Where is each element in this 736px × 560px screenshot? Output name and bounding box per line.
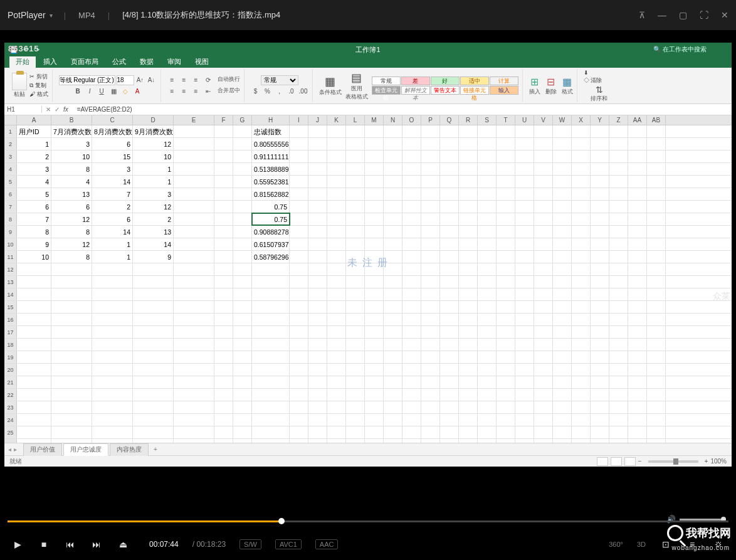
cell[interactable] — [572, 439, 591, 443]
cell[interactable]: 2 — [17, 151, 51, 162]
cell[interactable] — [327, 426, 346, 438]
vr-360-button[interactable]: 360° — [609, 541, 623, 548]
cell[interactable] — [133, 389, 174, 401]
cell[interactable] — [17, 276, 51, 288]
cell[interactable] — [384, 288, 402, 300]
format-cells-icon[interactable]: ▦ — [562, 76, 572, 88]
cell[interactable] — [214, 138, 233, 150]
cell[interactable] — [515, 439, 534, 443]
cell[interactable] — [647, 426, 666, 438]
column-header[interactable]: W — [553, 115, 572, 125]
cell[interactable] — [440, 138, 459, 150]
cell[interactable] — [233, 389, 252, 401]
row-header[interactable]: 9 — [4, 226, 17, 238]
chevron-down-icon[interactable]: ▾ — [50, 12, 53, 19]
cell[interactable] — [51, 288, 92, 300]
cell[interactable] — [346, 163, 365, 175]
cell[interactable] — [384, 414, 402, 426]
cell[interactable] — [647, 163, 666, 175]
cell[interactable] — [17, 314, 51, 325]
cell[interactable] — [346, 401, 365, 413]
cell[interactable] — [628, 238, 647, 250]
cell[interactable] — [346, 426, 365, 438]
cell[interactable] — [647, 263, 666, 275]
cell[interactable]: 13 — [51, 188, 92, 200]
cell[interactable] — [628, 376, 647, 388]
cell[interactable] — [440, 238, 459, 250]
maximize-icon[interactable]: ▢ — [679, 10, 687, 20]
cell[interactable] — [421, 151, 440, 162]
insert-cells-icon[interactable]: ⊞ — [530, 76, 539, 88]
cell[interactable] — [591, 326, 609, 338]
cell[interactable] — [233, 138, 252, 150]
cell[interactable] — [346, 439, 365, 443]
cell[interactable] — [628, 401, 647, 413]
cell[interactable] — [233, 288, 252, 300]
cell[interactable] — [572, 314, 591, 325]
increase-decimal-icon[interactable]: .0 — [287, 87, 297, 97]
cell[interactable] — [497, 213, 515, 225]
cell[interactable] — [459, 226, 478, 238]
cell[interactable] — [402, 201, 421, 213]
cell[interactable] — [327, 389, 346, 401]
cell[interactable] — [628, 188, 647, 200]
cell[interactable] — [459, 213, 478, 225]
cell[interactable] — [440, 426, 459, 438]
cell[interactable] — [214, 263, 233, 275]
cell[interactable] — [609, 301, 628, 313]
cell[interactable] — [346, 226, 365, 238]
cell[interactable] — [628, 339, 647, 351]
cell[interactable] — [609, 238, 628, 250]
cell[interactable] — [327, 138, 346, 150]
cell[interactable] — [440, 414, 459, 426]
cell[interactable] — [497, 163, 515, 175]
cell[interactable] — [572, 288, 591, 300]
cell[interactable] — [252, 351, 290, 363]
cell[interactable] — [327, 376, 346, 388]
codec-sw[interactable]: S/W — [239, 539, 261, 549]
row-header[interactable]: 26 — [4, 439, 17, 443]
cell[interactable] — [174, 125, 214, 137]
cell[interactable] — [365, 389, 384, 401]
cell[interactable] — [421, 288, 440, 300]
cell[interactable] — [534, 376, 553, 388]
cell[interactable]: 8 — [51, 226, 92, 238]
cell[interactable] — [17, 339, 51, 351]
row-header[interactable]: 4 — [4, 163, 17, 175]
cell[interactable] — [365, 288, 384, 300]
cell[interactable] — [133, 276, 174, 288]
cell[interactable] — [497, 389, 515, 401]
cell[interactable] — [591, 138, 609, 150]
formula-input[interactable]: =AVERAGE(B2:D2) — [75, 106, 732, 113]
cell[interactable] — [233, 263, 252, 275]
cell[interactable] — [515, 288, 534, 300]
number-format-select[interactable]: 常规 — [261, 75, 298, 85]
cell[interactable] — [497, 351, 515, 363]
cell[interactable]: 1 — [133, 163, 174, 175]
cell[interactable] — [290, 301, 308, 313]
cell[interactable] — [572, 125, 591, 137]
cell[interactable] — [628, 163, 647, 175]
column-header[interactable]: A — [17, 115, 51, 125]
column-header[interactable]: K — [327, 115, 346, 125]
cell[interactable] — [133, 288, 174, 300]
cell[interactable] — [421, 351, 440, 363]
cell[interactable] — [572, 426, 591, 438]
cell[interactable] — [553, 151, 572, 162]
cell[interactable] — [17, 414, 51, 426]
cell[interactable] — [478, 176, 497, 188]
cell[interactable] — [647, 213, 666, 225]
cell[interactable] — [647, 364, 666, 376]
ribbon-tab[interactable]: 数据 — [134, 56, 160, 68]
cell[interactable] — [591, 351, 609, 363]
column-header[interactable]: Z — [609, 115, 628, 125]
cell[interactable] — [572, 301, 591, 313]
cell[interactable] — [346, 125, 365, 137]
cell[interactable] — [365, 226, 384, 238]
cell[interactable] — [440, 201, 459, 213]
row-header[interactable]: 24 — [4, 414, 17, 426]
cell[interactable] — [290, 176, 308, 188]
cell[interactable] — [440, 151, 459, 162]
cell[interactable] — [92, 288, 133, 300]
cell[interactable]: 12 — [51, 213, 92, 225]
